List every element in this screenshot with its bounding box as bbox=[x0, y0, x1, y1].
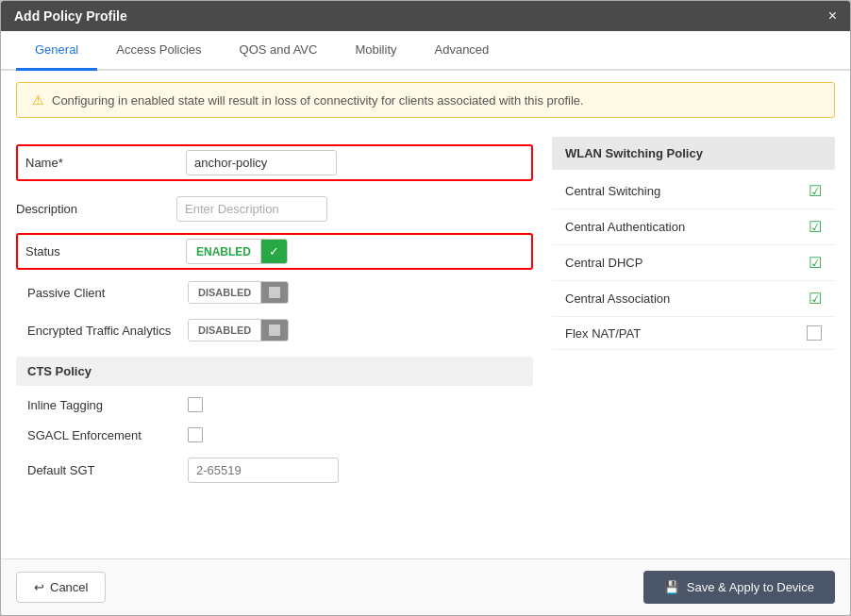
tab-mobility[interactable]: Mobility bbox=[336, 31, 415, 71]
passive-client-toggle[interactable]: DISABLED bbox=[188, 281, 289, 304]
eta-toggle-label: DISABLED bbox=[189, 320, 261, 341]
passive-client-row: Passive Client DISABLED bbox=[16, 274, 533, 311]
wlan-label-central-assoc: Central Association bbox=[565, 291, 670, 306]
sgacl-label: SGACL Enforcement bbox=[27, 428, 188, 442]
status-toggle-switch: ✓ bbox=[261, 240, 287, 263]
right-panel: WLAN Switching Policy Central Switching … bbox=[552, 137, 835, 543]
toggle-square-icon2 bbox=[269, 325, 280, 336]
cancel-icon: ↩ bbox=[34, 580, 44, 594]
main-content: Name* Description Status ENABLED ✓ bbox=[1, 129, 850, 558]
cancel-label: Cancel bbox=[50, 580, 88, 594]
eta-row: Encrypted Traffic Analytics DISABLED bbox=[16, 311, 533, 349]
warning-icon: ⚠ bbox=[32, 92, 44, 108]
flex-nat-check bbox=[807, 325, 822, 341]
status-label: Status bbox=[25, 244, 186, 258]
inline-tagging-label: Inline Tagging bbox=[27, 398, 188, 412]
close-button[interactable]: × bbox=[828, 8, 837, 24]
warning-text: Configuring in enabled state will result… bbox=[52, 93, 584, 108]
name-input[interactable] bbox=[186, 150, 337, 175]
wlan-label-central-dhcp: Central DHCP bbox=[565, 256, 642, 270]
central-dhcp-check: ☑ bbox=[809, 254, 822, 272]
name-label: Name* bbox=[25, 156, 186, 170]
wlan-row-central-dhcp: Central DHCP ☑ bbox=[552, 245, 835, 281]
modal-body: ⚠ Configuring in enabled state will resu… bbox=[1, 71, 850, 558]
passive-client-label: Passive Client bbox=[27, 286, 188, 300]
description-input[interactable] bbox=[176, 196, 327, 222]
modal-header: Add Policy Profile × bbox=[1, 1, 850, 31]
central-assoc-check: ☑ bbox=[809, 290, 822, 308]
sgacl-checkbox[interactable] bbox=[188, 427, 203, 442]
modal-footer: ↩ Cancel 💾 Save & Apply to Device bbox=[1, 558, 850, 615]
eta-toggle[interactable]: DISABLED bbox=[188, 319, 289, 341]
default-sgt-row: Default SGT bbox=[16, 450, 533, 491]
description-row: Description bbox=[16, 189, 533, 229]
wlan-row-central-assoc: Central Association ☑ bbox=[552, 281, 835, 317]
name-row: Name* bbox=[16, 144, 533, 181]
tab-qos-avc[interactable]: QOS and AVC bbox=[221, 31, 337, 71]
save-label: Save & Apply to Device bbox=[687, 580, 814, 594]
passive-client-toggle-label: DISABLED bbox=[189, 282, 261, 303]
add-policy-profile-modal: Add Policy Profile × General Access Poli… bbox=[0, 0, 851, 616]
status-row: Status ENABLED ✓ bbox=[16, 233, 533, 270]
central-switching-check: ☑ bbox=[809, 182, 822, 200]
save-apply-button[interactable]: 💾 Save & Apply to Device bbox=[643, 571, 835, 604]
toggle-square-icon bbox=[269, 287, 280, 298]
wlan-label-central-auth: Central Authentication bbox=[565, 220, 685, 234]
save-icon: 💾 bbox=[664, 580, 679, 594]
warning-banner: ⚠ Configuring in enabled state will resu… bbox=[16, 82, 835, 118]
status-toggle-label: ENABLED bbox=[187, 241, 261, 263]
wlan-label-flex-nat: Flex NAT/PAT bbox=[565, 326, 641, 341]
eta-switch bbox=[261, 320, 288, 341]
description-label: Description bbox=[16, 202, 176, 216]
central-auth-check: ☑ bbox=[809, 218, 822, 236]
inline-tagging-checkbox[interactable] bbox=[188, 397, 203, 412]
status-toggle[interactable]: ENABLED ✓ bbox=[186, 239, 288, 264]
cancel-button[interactable]: ↩ Cancel bbox=[16, 572, 106, 603]
tab-access-policies[interactable]: Access Policies bbox=[97, 31, 220, 71]
tab-bar: General Access Policies QOS and AVC Mobi… bbox=[1, 31, 850, 71]
wlan-header: WLAN Switching Policy bbox=[552, 137, 835, 170]
default-sgt-label: Default SGT bbox=[27, 463, 188, 477]
eta-label: Encrypted Traffic Analytics bbox=[27, 324, 188, 338]
wlan-row-flex-nat: Flex NAT/PAT bbox=[552, 317, 835, 350]
tab-general[interactable]: General bbox=[16, 31, 97, 71]
inline-tagging-row: Inline Tagging bbox=[16, 390, 533, 420]
wlan-row-central-switching: Central Switching ☑ bbox=[552, 174, 835, 209]
passive-client-switch bbox=[261, 282, 288, 303]
default-sgt-input[interactable] bbox=[188, 458, 339, 483]
cts-section-header: CTS Policy bbox=[16, 357, 533, 386]
wlan-row-central-auth: Central Authentication ☑ bbox=[552, 209, 835, 245]
wlan-label-central-switching: Central Switching bbox=[565, 184, 660, 198]
sgacl-row: SGACL Enforcement bbox=[16, 420, 533, 450]
left-panel: Name* Description Status ENABLED ✓ bbox=[16, 137, 533, 543]
tab-advanced[interactable]: Advanced bbox=[416, 31, 509, 71]
modal-title: Add Policy Profile bbox=[14, 8, 127, 24]
